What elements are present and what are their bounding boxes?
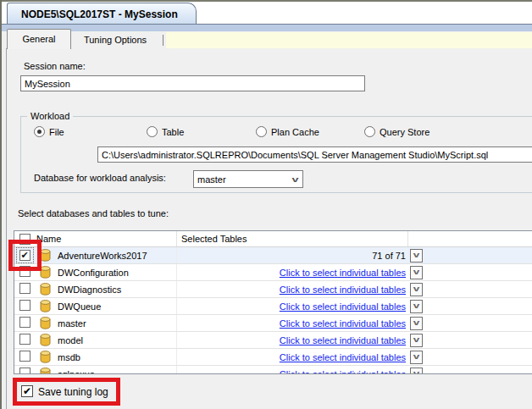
session-name-input[interactable]: MySession: [20, 75, 365, 91]
table-row[interactable]: AdventureWorks2017 71 of 71 v: [14, 247, 532, 264]
table-row[interactable]: DWConfiguration Click to select individu…: [14, 264, 532, 281]
document-tab-title: NODE5\SQL2017ST - MySession: [21, 8, 178, 20]
selected-tables-cell[interactable]: Click to select individual tables: [280, 318, 406, 329]
row-checkbox-wrap: [17, 332, 33, 348]
row-checkbox[interactable]: [19, 351, 30, 362]
row-checkbox-wrap: [17, 315, 33, 331]
databases-table: Name Selected Tables AdventureWorks2017 …: [14, 230, 532, 374]
database-analysis-dropdown[interactable]: master v: [193, 170, 303, 188]
database-name: master: [58, 318, 86, 329]
chevron-down-icon: v: [413, 268, 420, 276]
workload-file-path-value: C:\Users\administrator.SQLREPRO\Document…: [102, 150, 488, 160]
table-row[interactable]: model Click to select individual tables …: [14, 332, 532, 349]
window-left-edge: [0, 0, 2, 409]
tab-separator: [163, 35, 163, 46]
database-name: DWConfiguration: [58, 268, 129, 278]
radio-plan-cache-label: Plan Cache: [271, 127, 319, 137]
radio-plan-cache[interactable]: [256, 126, 267, 137]
row-checkbox[interactable]: [19, 368, 30, 374]
annotation-box-save-log: [13, 378, 120, 406]
document-tab-session[interactable]: NODE5\SQL2017ST - MySession: [7, 3, 197, 25]
select-databases-label: Select databases and tables to tune:: [18, 208, 169, 218]
row-checkbox[interactable]: [19, 283, 30, 294]
row-checkbox-wrap: [17, 298, 33, 314]
table-row[interactable]: sqlnexus Click to select individual tabl…: [14, 366, 532, 374]
selected-tables-cell[interactable]: Click to select individual tables: [280, 335, 406, 345]
database-name: msdb: [58, 352, 80, 362]
tab-general-label: General: [22, 34, 55, 44]
chevron-down-icon: v: [413, 302, 420, 310]
row-checkbox-wrap: [17, 366, 33, 374]
row-dropdown-button[interactable]: v: [410, 368, 423, 375]
database-icon: [40, 368, 51, 374]
tab-general[interactable]: General: [7, 29, 71, 49]
workload-file-path-input[interactable]: C:\Users\administrator.SQLREPRO\Document…: [97, 146, 532, 163]
chevron-down-icon: v: [413, 370, 420, 374]
row-dropdown-button[interactable]: v: [410, 249, 423, 263]
database-analysis-value: master: [197, 174, 226, 185]
selected-tables-cell[interactable]: Click to select individual tables: [280, 369, 406, 375]
database-analysis-label: Database for workload analysis:: [34, 173, 166, 183]
row-dropdown-button[interactable]: v: [410, 266, 423, 279]
radio-file[interactable]: [34, 126, 45, 137]
table-row[interactable]: DWQueue Click to select individual table…: [14, 298, 532, 315]
row-dropdown-button[interactable]: v: [410, 300, 423, 313]
table-row[interactable]: DWDiagnostics Click to select individual…: [14, 281, 532, 298]
tab-strip-filler: [166, 32, 532, 48]
tab-tuning-options[interactable]: Tuning Options: [71, 32, 159, 48]
radio-table[interactable]: [147, 126, 158, 137]
row-checkbox-wrap: [17, 281, 33, 297]
database-icon: [40, 300, 51, 312]
selected-tables-cell[interactable]: Click to select individual tables: [280, 268, 406, 278]
radio-query-store[interactable]: [364, 126, 375, 137]
table-header-row: Name Selected Tables: [14, 231, 532, 247]
radio-query-store-label: Query Store: [380, 127, 429, 137]
tab-strip-band: [0, 24, 532, 31]
chevron-down-icon: v: [291, 175, 298, 184]
row-dropdown-button[interactable]: v: [410, 283, 423, 296]
chevron-down-icon: v: [413, 285, 420, 293]
row-dropdown-button[interactable]: v: [410, 317, 423, 330]
database-icon: [40, 317, 51, 329]
workload-group-label: Workload: [27, 111, 73, 121]
chevron-down-icon: v: [413, 319, 420, 327]
database-icon: [40, 283, 51, 296]
session-name-value: MySession: [25, 79, 70, 89]
session-name-label: Session name:: [24, 61, 86, 71]
database-name: DWDiagnostics: [58, 285, 121, 295]
radio-file-label: File: [49, 127, 64, 137]
row-checkbox-wrap: [17, 349, 33, 365]
chevron-down-icon: v: [413, 336, 420, 344]
row-checkbox[interactable]: [19, 300, 30, 311]
database-name: DWQueue: [58, 301, 101, 312]
row-dropdown-button[interactable]: v: [410, 351, 423, 364]
database-name: model: [58, 335, 83, 345]
row-dropdown-button[interactable]: v: [410, 334, 423, 347]
table-row[interactable]: master Click to select individual tables…: [14, 315, 532, 332]
row-checkbox[interactable]: [19, 317, 30, 328]
selected-tables-cell[interactable]: Click to select individual tables: [280, 301, 406, 312]
database-icon: [40, 334, 51, 346]
row-checkbox[interactable]: [19, 334, 30, 345]
tab-tuning-options-label: Tuning Options: [84, 35, 147, 45]
chevron-down-icon: v: [413, 353, 420, 361]
chevron-down-icon: v: [413, 251, 420, 259]
table-row[interactable]: msdb Click to select individual tables v: [14, 349, 532, 366]
panel-left-border: [6, 48, 7, 409]
database-name: AdventureWorks2017: [58, 251, 147, 261]
database-name: sqlnexus: [58, 369, 94, 375]
selected-tables-cell[interactable]: 71 of 71: [372, 251, 406, 261]
column-header-selected-tables: Selected Tables: [181, 234, 247, 244]
annotation-box-checkbox: [8, 240, 42, 271]
radio-table-label: Table: [162, 127, 184, 137]
selected-tables-cell[interactable]: Click to select individual tables: [280, 352, 406, 362]
database-icon: [40, 351, 51, 363]
selected-tables-cell[interactable]: Click to select individual tables: [280, 285, 406, 295]
